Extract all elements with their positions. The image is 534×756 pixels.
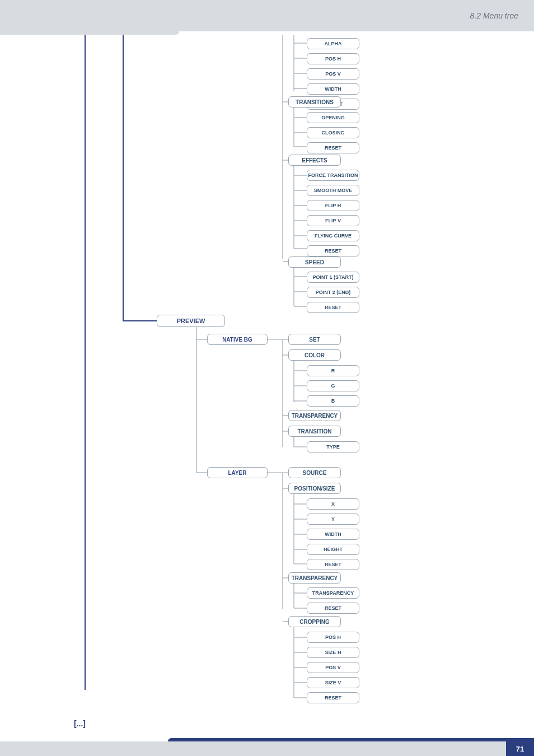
continuation-indicator: [...] [74,719,86,728]
node-leaf: CLOSING [307,127,359,138]
node-leaf: RESET [307,692,359,703]
node-leaf: B [307,395,359,407]
node-leaf: RESET [307,603,359,614]
node-transitions: TRANSITIONS [288,96,341,108]
node-leaf: SIZE V [307,677,359,688]
node-speed: SPEED [288,256,341,268]
node-leaf: POS V [307,662,359,673]
page-header: 8.2 Menu tree [0,0,534,31]
node-leaf: RESET [307,302,359,313]
node-effects: EFFECTS [288,155,341,166]
node-native-bg: NATIVE BG [207,334,268,345]
page-number: 71 [506,741,534,756]
node-leaf: R [307,365,359,376]
node-leaf: FORCE TRANSITION [307,170,359,181]
node-transition: TRANSITION [288,426,341,437]
node-leaf: X [307,498,359,510]
node-leaf: G [307,380,359,391]
node-leaf: POS V [307,68,359,80]
node-leaf: POINT 2 (END) [307,287,359,298]
node-preview: PREVIEW [157,315,225,327]
node-leaf: RESET [307,559,359,570]
node-transparency-2: TRANSPARENCY [288,572,341,584]
node-transparency-1: TRANSPARENCY [288,410,341,421]
node-leaf: RESET [307,245,359,256]
node-source: SOURCE [288,467,341,478]
node-layer: LAYER [207,467,268,478]
node-leaf: POS H [307,53,359,64]
node-leaf: FLIP V [307,215,359,226]
node-set: SET [288,334,341,345]
node-leaf: Y [307,514,359,525]
node-color: COLOR [288,349,341,361]
node-position-size: POSITION/SIZE [288,483,341,494]
tree-connectors [0,35,534,739]
page-footer: 71 [0,738,534,756]
node-leaf: HEIGHT [307,544,359,555]
node-leaf: WIDTH [307,529,359,540]
node-leaf: FLIP H [307,200,359,211]
header-stripe [0,31,179,35]
node-leaf: TYPE [307,441,359,452]
node-leaf: RESET [307,142,359,153]
node-leaf: SMOOTH MOVE [307,185,359,196]
node-leaf: POS H [307,632,359,643]
breadcrumb-label: 8.2 Menu tree [470,11,518,20]
node-leaf: WIDTH [307,83,359,95]
node-leaf: SIZE H [307,647,359,658]
node-leaf: FLYING CURVE [307,230,359,241]
node-leaf: ALPHA [307,38,359,49]
node-leaf: TRANSPARENCY [307,587,359,599]
node-cropping: CROPPING [288,616,341,627]
node-leaf: OPENING [307,112,359,123]
node-leaf: POINT 1 (START) [307,272,359,283]
